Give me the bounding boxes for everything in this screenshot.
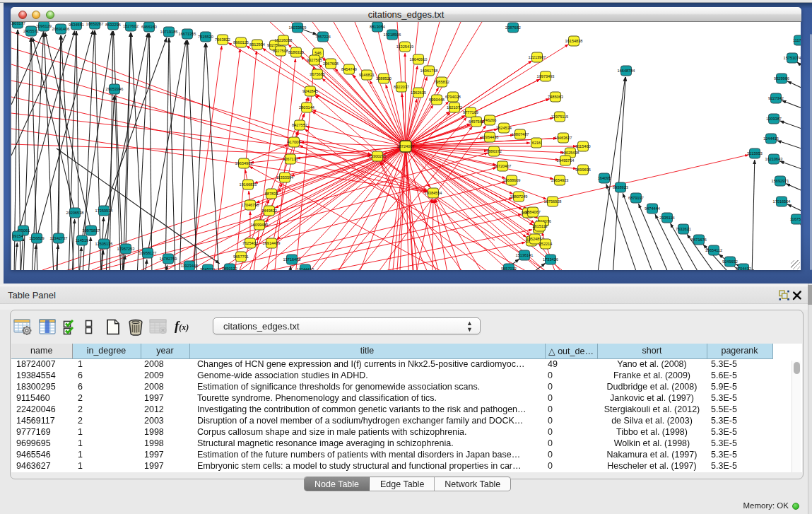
svg-text:7886372: 7886372 (486, 149, 502, 153)
svg-text:15300275: 15300275 (369, 154, 387, 158)
svg-text:10807487: 10807487 (512, 132, 529, 136)
svg-text:8704412: 8704412 (736, 267, 751, 270)
svg-text:20206538: 20206538 (66, 211, 84, 215)
svg-text:3675685: 3675685 (310, 72, 325, 76)
svg-text:9657012: 9657012 (501, 267, 517, 270)
svg-text:9777169: 9777169 (463, 110, 478, 115)
svg-text:1244415: 1244415 (763, 136, 779, 141)
svg-text:1527602: 1527602 (123, 24, 139, 28)
svg-text:3624534: 3624534 (496, 126, 512, 130)
svg-text:17046798: 17046798 (242, 203, 259, 207)
svg-text:30975857: 30975857 (83, 228, 100, 233)
svg-text:19654983: 19654983 (235, 161, 253, 165)
svg-text:9245211: 9245211 (200, 267, 215, 270)
svg-text:9884067: 9884067 (525, 210, 541, 214)
svg-text:6497568: 6497568 (469, 119, 484, 124)
svg-text:15226058: 15226058 (275, 38, 293, 42)
svg-text:10025438: 10025438 (562, 151, 579, 155)
svg-text:18724007: 18724007 (397, 144, 415, 148)
svg-text:12505135: 12505135 (95, 242, 113, 246)
svg-text:10688609: 10688609 (503, 178, 521, 182)
svg-text:18807249: 18807249 (510, 194, 528, 199)
svg-text:9227342: 9227342 (768, 96, 784, 100)
svg-text:7632621: 7632621 (676, 227, 691, 231)
svg-text:15136141: 15136141 (516, 253, 534, 257)
svg-text:1362615: 1362615 (411, 90, 426, 95)
svg-text:20691406: 20691406 (52, 27, 70, 31)
svg-text:252214: 252214 (539, 242, 553, 246)
svg-text:7485063: 7485063 (548, 95, 563, 99)
svg-text:11923448: 11923448 (181, 264, 198, 268)
svg-text:6794028: 6794028 (445, 95, 461, 99)
svg-text:10756928: 10756928 (544, 199, 562, 204)
svg-text:1156829: 1156829 (29, 236, 44, 240)
svg-text:8471676: 8471676 (691, 238, 707, 242)
svg-text:9699695: 9699695 (575, 168, 591, 172)
svg-text:10654112: 10654112 (705, 248, 722, 252)
svg-text:17359934: 17359934 (95, 209, 113, 213)
svg-text:10719185: 10719185 (160, 30, 178, 34)
svg-text:16961758: 16961758 (420, 69, 438, 73)
svg-text:17957253: 17957253 (117, 247, 135, 251)
svg-text:16099489: 16099489 (251, 223, 269, 227)
svg-text:16914479: 16914479 (263, 241, 281, 245)
svg-text:114519: 114519 (76, 238, 88, 243)
svg-text:746266: 746266 (483, 118, 497, 122)
svg-text:8912954: 8912954 (249, 42, 265, 47)
svg-text:2405572: 2405572 (23, 29, 39, 33)
svg-text:11325419: 11325419 (396, 45, 413, 49)
svg-text:9245652: 9245652 (722, 259, 738, 264)
svg-text:1449822: 1449822 (261, 209, 277, 213)
svg-text:17016504: 17016504 (773, 199, 791, 204)
svg-text:1615112: 1615112 (532, 224, 547, 228)
svg-text:7955812: 7955812 (434, 80, 449, 84)
svg-text:111702: 111702 (793, 38, 801, 42)
svg-text:16210643: 16210643 (765, 157, 783, 161)
svg-text:1733426: 1733426 (543, 257, 558, 262)
svg-text:18640910: 18640910 (410, 57, 428, 62)
svg-text:19463627: 19463627 (555, 136, 572, 140)
svg-text:7663822: 7663822 (215, 37, 230, 42)
svg-text:1621072: 1621072 (447, 105, 462, 110)
svg-text:10653267: 10653267 (86, 22, 104, 26)
svg-text:2967608: 2967608 (323, 62, 339, 66)
svg-text:19166825: 19166825 (240, 182, 257, 187)
svg-text:3267130: 3267130 (283, 157, 298, 161)
svg-text:19218506: 19218506 (384, 33, 401, 37)
svg-text:3215953: 3215953 (747, 151, 763, 156)
svg-text:2935114: 2935114 (659, 216, 674, 220)
svg-text:16154838: 16154838 (565, 39, 583, 43)
svg-text:10244415: 10244415 (297, 267, 314, 270)
svg-text:10973493: 10973493 (537, 74, 555, 78)
svg-text:8938923: 8938923 (613, 185, 628, 189)
svg-text:164095: 164095 (598, 176, 611, 180)
svg-text:6879197: 6879197 (628, 196, 644, 200)
svg-text:9634551: 9634551 (69, 23, 84, 27)
svg-text:16671355: 16671355 (179, 32, 196, 36)
svg-text:12975115: 12975115 (551, 115, 568, 119)
svg-text:7857224: 7857224 (315, 35, 331, 39)
svg-text:19384554: 19384554 (425, 191, 442, 195)
svg-text:1209387: 1209387 (766, 117, 782, 121)
svg-text:8660125: 8660125 (233, 40, 249, 45)
svg-text:7625402: 7625402 (242, 241, 258, 245)
svg-text:9327508: 9327508 (273, 49, 288, 53)
svg-text:12213967: 12213967 (529, 55, 546, 59)
svg-text:2087682: 2087682 (505, 25, 521, 30)
svg-text:9450122: 9450122 (222, 267, 237, 270)
svg-text:8186323: 8186323 (288, 50, 304, 54)
svg-text:9329966: 9329966 (774, 76, 789, 81)
svg-text:19654923: 19654923 (551, 178, 569, 182)
svg-text:19495754: 19495754 (557, 158, 575, 163)
svg-text:1903177: 1903177 (11, 22, 25, 25)
svg-text:15751074: 15751074 (784, 56, 801, 60)
svg-text:9327505: 9327505 (307, 58, 322, 62)
svg-text:16648784: 16648784 (618, 69, 635, 73)
svg-text:39154: 39154 (12, 234, 23, 238)
svg-text:8632296: 8632296 (105, 23, 121, 27)
svg-text:417006: 417006 (288, 140, 301, 144)
svg-text:9115460: 9115460 (575, 144, 590, 148)
svg-text:9657791: 9657791 (233, 255, 249, 259)
svg-text:15716485: 15716485 (283, 257, 301, 262)
svg-text:2096129: 2096129 (36, 24, 52, 28)
